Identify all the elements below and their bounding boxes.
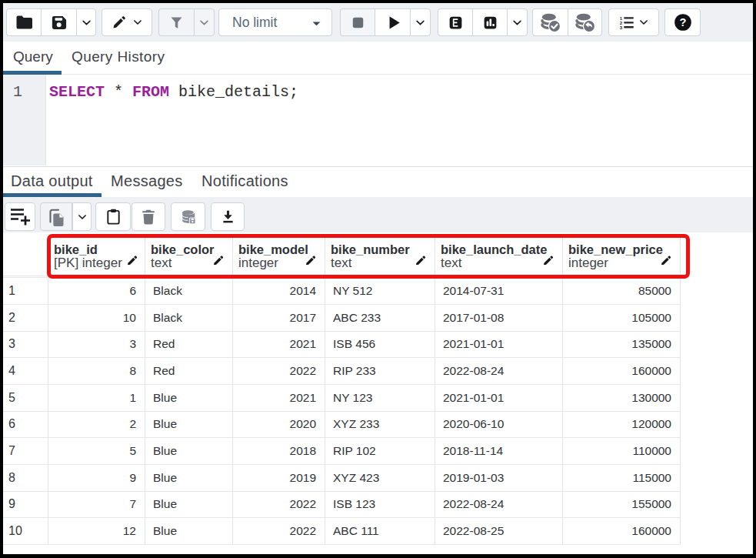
svg-text:2: 2: [620, 21, 623, 25]
svg-text:1: 1: [620, 16, 623, 21]
svg-text:3: 3: [620, 25, 623, 30]
svg-text:?: ?: [679, 16, 686, 28]
